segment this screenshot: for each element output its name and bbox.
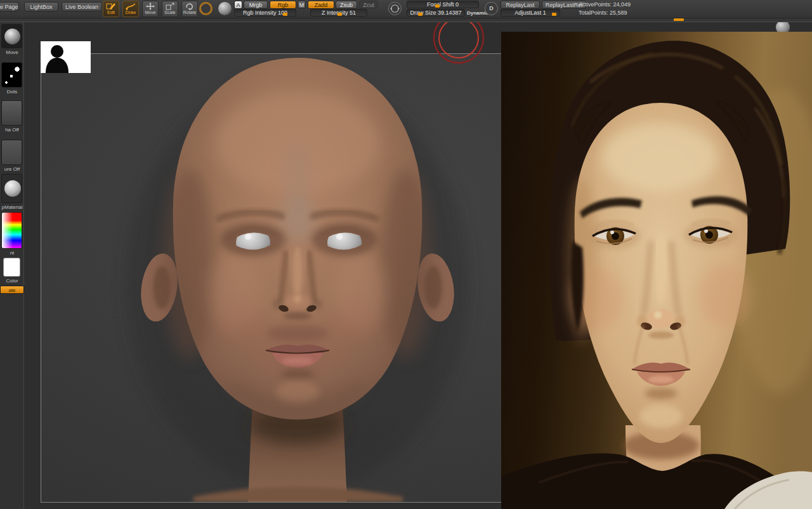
slider-value: 51 (350, 10, 356, 16)
m-mode-button[interactable]: M (298, 1, 306, 9)
stroke-label: Dots (0, 89, 24, 95)
active-points-readout: ActivePoints: 24,049 (579, 1, 631, 8)
draw-icon (126, 3, 136, 10)
lightbox-button[interactable]: LightBox (24, 2, 58, 11)
slider-handle[interactable] (283, 13, 287, 16)
tool-label: Edit (107, 10, 115, 15)
rotate-tool-button[interactable]: Rotate (181, 1, 198, 17)
tool-label: Move (145, 10, 155, 15)
slider-value: 39.14387 (438, 10, 462, 16)
gradient-label: nt (0, 250, 24, 256)
sculptris-sphere-icon[interactable] (218, 2, 232, 15)
focal-shift-icon[interactable] (388, 2, 402, 15)
draw-tool-button[interactable]: Draw (122, 1, 139, 17)
shelf-divider (0, 18, 812, 22)
slider-label: AdjustLast (514, 10, 541, 16)
slider-label: Rgb Intensity (243, 10, 277, 16)
slider-label: Z Intensity (322, 10, 348, 16)
reference-thumbnail[interactable] (41, 41, 91, 73)
slider-label: Focal Shift (427, 1, 454, 8)
zcut-mode-button[interactable]: Zcut (359, 1, 378, 9)
z-intensity-slider[interactable]: Z Intensity 51 (310, 9, 367, 17)
texture-thumbnail[interactable] (1, 140, 22, 165)
slider-value: 1 (543, 10, 546, 16)
tool-label: Scale (164, 10, 176, 15)
activate-button[interactable]: ate (0, 286, 24, 294)
material-label: pMaterial (0, 204, 24, 210)
adjust-last-slider[interactable]: AdjustLast 1 (501, 9, 560, 17)
anchor-mode-button[interactable]: A (234, 1, 242, 9)
page-button[interactable]: e Page (0, 2, 19, 11)
live-boolean-button[interactable]: Live Boolean (62, 2, 102, 11)
slider-handle[interactable] (337, 13, 342, 16)
brush-thumbnail[interactable] (1, 24, 22, 48)
focal-shift-slider[interactable]: Focal Shift 0 (407, 1, 479, 8)
current-color-swatch[interactable] (3, 258, 20, 277)
color-label: Color (0, 278, 24, 284)
stroke-thumbnail[interactable] (1, 62, 22, 88)
replay-last-button[interactable]: ReplayLast (501, 1, 540, 9)
slider-value: 0 (455, 1, 459, 8)
mrgb-mode-button[interactable]: Mrgb (244, 1, 268, 9)
slider-handle[interactable] (552, 13, 556, 16)
move-brush-icon (4, 29, 20, 44)
move-icon (145, 3, 155, 10)
slider-handle[interactable] (418, 13, 422, 16)
draw-size-slider[interactable]: Draw Size 39.14387 (407, 9, 465, 17)
material-thumbnail[interactable] (1, 174, 22, 203)
scale-tool-button[interactable]: Scale (162, 1, 178, 17)
edit-icon (106, 3, 116, 10)
reference-portrait-image[interactable] (501, 32, 812, 509)
alpha-thumbnail[interactable] (1, 100, 22, 126)
stroke-ring-icon[interactable] (199, 2, 213, 15)
zsub-mode-button[interactable]: Zsub (336, 1, 357, 9)
rotate-icon (185, 3, 195, 10)
top-shelf-bar: e Page LightBox Live Boolean Edit Draw M… (0, 0, 812, 18)
tool-label: Draw (126, 10, 136, 15)
left-shelf: Move Dots ha Off ure Off pMaterial nt Co… (0, 22, 24, 509)
brush-label: Move (0, 50, 24, 55)
portrait-render (501, 32, 812, 509)
divider-handle[interactable] (674, 18, 684, 21)
move-tool-button[interactable]: Move (142, 1, 159, 17)
tool-label: Rotate (183, 10, 197, 15)
rgb-intensity-slider[interactable]: Rgb Intensity 100 (234, 9, 296, 17)
scale-icon (165, 3, 175, 10)
rgb-mode-button[interactable]: Rgb (270, 1, 296, 9)
person-silhouette-icon (41, 41, 91, 73)
alpha-label: ha Off (0, 127, 24, 133)
dynamic-mode-icon[interactable]: D (485, 2, 498, 15)
zadd-mode-button[interactable]: Zadd (308, 1, 334, 9)
texture-label: ure Off (0, 166, 24, 172)
slider-label: Draw Size (410, 10, 436, 16)
edit-tool-button[interactable]: Edit (103, 1, 119, 17)
slider-handle[interactable] (435, 4, 440, 8)
total-points-readout: TotalPoints: 25,589 (579, 10, 627, 16)
color-gradient-picker[interactable] (1, 212, 22, 249)
material-sphere-preview-icon (4, 180, 21, 197)
